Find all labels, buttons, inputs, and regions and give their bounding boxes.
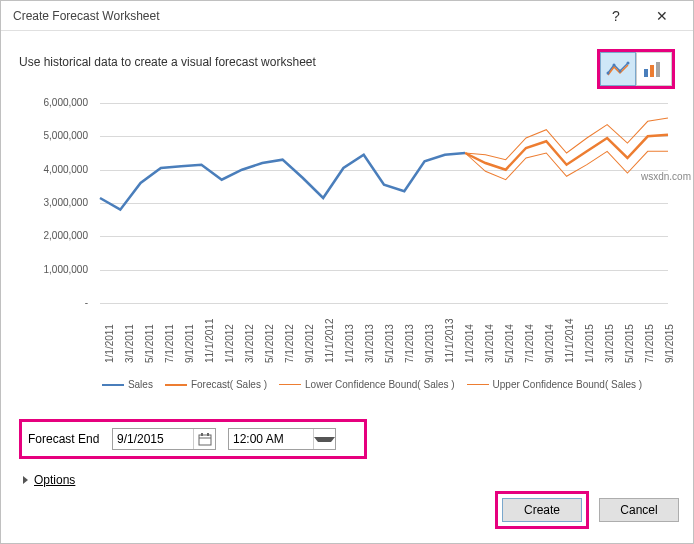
chart-svg [100,103,668,303]
legend-label: Sales [128,379,153,390]
x-tick-label: 1/1/2015 [584,324,595,363]
line-chart-button[interactable] [600,52,636,86]
x-tick-label: 11/1/2013 [444,319,455,364]
x-tick-label: 9/1/2012 [304,324,315,363]
x-tick-label: 3/1/2015 [604,324,615,363]
y-axis: -1,000,0002,000,0003,000,0004,000,0005,0… [26,103,96,303]
create-highlight: Create [495,491,589,529]
legend-label: Upper Confidence Bound( Sales ) [493,379,643,390]
y-tick-label: 5,000,000 [44,130,89,141]
calendar-icon[interactable] [193,429,215,449]
help-button[interactable]: ? [593,2,639,30]
x-tick-label: 9/1/2014 [544,324,555,363]
bar-chart-icon [642,59,666,79]
expand-icon [23,476,28,484]
x-tick-label: 7/1/2015 [644,324,655,363]
x-tick-label: 9/1/2011 [184,324,195,363]
watermark: wsxdn.com [641,171,691,182]
y-tick-label: 4,000,000 [44,164,89,175]
svg-point-3 [627,62,630,65]
legend-label: Forecast( Sales ) [191,379,267,390]
x-tick-label: 11/1/2014 [564,319,575,364]
x-tick-label: 1/1/2014 [464,324,475,363]
x-tick-label: 3/1/2013 [364,324,375,363]
dropdown-icon[interactable] [313,429,335,449]
date-value: 9/1/2015 [113,432,193,446]
x-tick-label: 5/1/2011 [144,324,155,363]
cancel-button[interactable]: Cancel [599,498,679,522]
svg-rect-4 [644,69,648,77]
svg-rect-6 [656,62,660,77]
x-tick-label: 3/1/2014 [484,324,495,363]
x-tick-label: 7/1/2012 [284,324,295,363]
x-tick-label: 3/1/2012 [244,324,255,363]
x-tick-label: 1/1/2013 [344,324,355,363]
instruction-row: Use historical data to create a visual f… [19,49,675,89]
line-chart-icon [606,59,630,79]
create-button[interactable]: Create [502,498,582,522]
y-tick-label: - [85,297,88,308]
forecast-end-label: Forecast End [28,432,100,446]
series-line [100,153,465,210]
x-tick-label: 9/1/2015 [664,324,675,363]
x-tick-label: 9/1/2013 [424,324,435,363]
y-tick-label: 2,000,000 [44,230,89,241]
series-line [465,118,668,160]
x-tick-label: 7/1/2011 [164,324,175,363]
titlebar-controls: ? ✕ [593,2,685,30]
options-toggle[interactable]: Options [23,473,675,487]
x-tick-label: 11/1/2011 [204,319,215,364]
x-tick-label: 3/1/2011 [124,324,135,363]
forecast-end-date-input[interactable]: 9/1/2015 [112,428,216,450]
svg-rect-5 [650,65,654,77]
time-value: 12:00 AM [229,432,313,446]
x-tick-label: 5/1/2012 [264,324,275,363]
x-tick-label: 5/1/2013 [384,324,395,363]
x-tick-label: 5/1/2015 [624,324,635,363]
forecast-end-row: Forecast End 9/1/2015 12:00 AM [19,419,367,459]
legend: SalesForecast( Sales )Lower Confidence B… [76,379,668,390]
svg-point-1 [613,64,616,67]
legend-swatch [102,384,124,386]
x-tick-label: 1/1/2012 [224,324,235,363]
legend-swatch [467,384,489,385]
forecast-end-time-input[interactable]: 12:00 AM [228,428,336,450]
legend-item: Lower Confidence Bound( Sales ) [279,379,455,390]
legend-item: Forecast( Sales ) [165,379,267,390]
svg-point-2 [619,70,622,73]
x-axis: 1/1/20113/1/20115/1/20117/1/20119/1/2011… [100,308,668,368]
x-tick-label: 7/1/2013 [404,324,415,363]
close-button[interactable]: ✕ [639,2,685,30]
content: Use historical data to create a visual f… [1,31,693,487]
footer: Create Cancel [495,491,679,529]
plot-area [100,103,668,303]
window-title: Create Forecast Worksheet [13,9,160,23]
titlebar: Create Forecast Worksheet ? ✕ [1,1,693,31]
y-tick-label: 3,000,000 [44,197,89,208]
legend-item: Sales [102,379,153,390]
legend-item: Upper Confidence Bound( Sales ) [467,379,643,390]
x-tick-label: 1/1/2011 [104,324,115,363]
bar-chart-button[interactable] [636,52,672,86]
x-tick-label: 11/1/2012 [324,319,335,364]
instruction-text: Use historical data to create a visual f… [19,49,316,69]
legend-label: Lower Confidence Bound( Sales ) [305,379,455,390]
chart-type-toggle [597,49,675,89]
grid-line [100,303,668,304]
y-tick-label: 6,000,000 [44,97,89,108]
options-label: Options [34,473,75,487]
series-line [465,135,668,170]
legend-swatch [165,384,187,386]
chart-area: -1,000,0002,000,0003,000,0004,000,0005,0… [26,103,668,403]
svg-point-0 [607,72,610,75]
dialog: Create Forecast Worksheet ? ✕ Use histor… [0,0,694,544]
x-tick-label: 7/1/2014 [524,324,535,363]
y-tick-label: 1,000,000 [44,264,89,275]
svg-rect-9 [201,433,203,436]
legend-swatch [279,384,301,385]
x-tick-label: 5/1/2014 [504,324,515,363]
svg-rect-10 [207,433,209,436]
svg-rect-7 [199,435,211,445]
